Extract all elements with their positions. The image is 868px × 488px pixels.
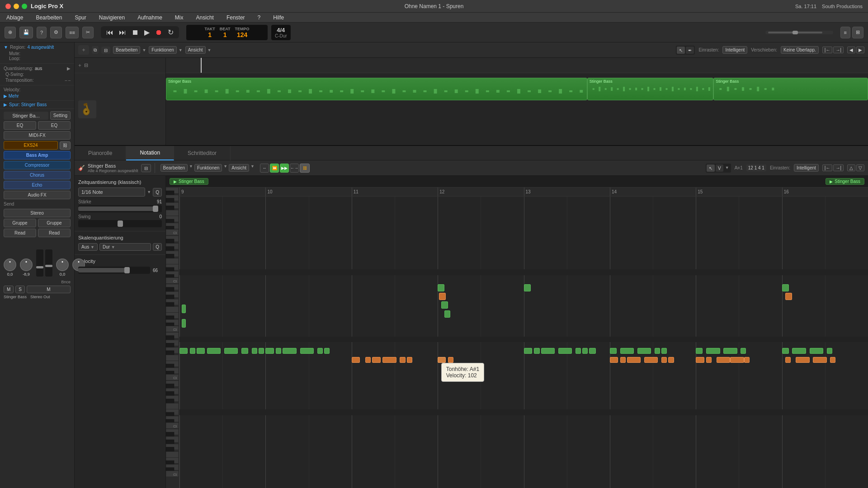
editor-move-left[interactable]: |← [822,164,833,171]
link-button[interactable]: ⛓ [300,164,310,173]
snap-dropdown[interactable]: Intelligent [722,46,747,54]
editor-pointer-tool[interactable]: ↖ [707,164,715,172]
gruppe-right-button[interactable]: Gruppe [38,219,71,227]
note-c3-bar16[interactable] [782,284,789,291]
note-c2-bar16-5[interactable] [827,348,832,354]
arrangement-region-3[interactable]: Stinger Bass [713,78,868,100]
snap-btn-left[interactable]: |← [822,47,833,53]
note-as1-bar15-4[interactable] [730,357,744,363]
region-chip-1[interactable]: ▶ Stinger Bass [170,178,208,185]
note-c2-bar10-2[interactable] [265,348,274,354]
note-c2-bar13-6[interactable] [582,348,588,354]
funktionen-menu[interactable]: Funktionen [194,164,222,172]
pointer-tool-button[interactable]: ↖ [677,47,685,54]
arrangement-region-1[interactable]: Stinger Bass [166,78,587,100]
note-as1-bar15-1[interactable] [696,357,704,363]
tab-pianorolle[interactable]: Pianorolle [75,146,126,160]
note-c2-bar14-4[interactable] [637,348,651,354]
note-as1-bar11-4[interactable] [382,357,396,363]
note-as1-bar14-6[interactable] [668,357,674,363]
editor-snap-dropdown[interactable]: Intelligent [794,164,819,172]
note-as1-bar14-2[interactable] [620,357,626,363]
stop-button[interactable]: ⏹ [130,28,141,37]
note-c2-bar16-3[interactable] [792,348,806,354]
menu-navigieren[interactable]: Navigieren [96,14,127,22]
move-dropdown[interactable]: Keine Überlapp. [781,46,819,54]
note-c2-bar13-2[interactable] [534,348,539,354]
note-c2-bar9-2[interactable] [190,348,195,354]
bass-amp-button[interactable]: Bass Amp [4,151,71,160]
track-toggle-icon[interactable]: ⊟ [84,62,88,68]
note-as1-bar11-3[interactable] [372,357,380,363]
menu-bearbeiten[interactable]: Bearbeiten [33,14,65,22]
read-right-button[interactable]: Read [38,229,71,237]
note-c2-bar10-6[interactable] [317,348,323,354]
note-c2-bar9-1[interactable] [179,348,188,354]
note-as1-bar11-1[interactable] [352,357,360,363]
note-c2-bar10-1[interactable] [259,348,264,354]
swing-slider-track[interactable] [78,220,162,227]
gruppe-left-button[interactable]: Gruppe [4,219,36,227]
note-b2-bar16[interactable] [785,293,792,300]
ansicht-dropdown[interactable]: Ansicht [185,46,206,54]
fader1-knob[interactable] [36,266,43,268]
note-c2-bar15-4[interactable] [723,348,737,354]
read-left-button[interactable]: Read [4,229,36,237]
exs24-button[interactable]: EXS24 [4,141,58,150]
fader2-knob[interactable] [45,265,52,267]
note-as1-bar11-5[interactable] [400,357,405,363]
mono-button[interactable]: M [27,286,71,293]
menu-mix[interactable]: Mix [172,14,186,22]
note-b2-bar12[interactable] [439,293,446,300]
note-g2-bar9[interactable] [182,305,186,313]
note-as1-bar16-3[interactable] [813,357,826,363]
note-as1-bar12-2[interactable] [448,357,453,363]
cycle-button[interactable]: ↻ [166,28,175,37]
arrangement-region-2[interactable]: Stinger Bass [587,78,714,100]
note-c2-bar14-1[interactable] [589,348,596,354]
editor-nav-up[interactable]: △ [847,164,855,171]
editor-nav-down[interactable]: ▽ [856,164,864,171]
note-as1-bar14-4[interactable] [644,357,658,363]
stereo-button[interactable]: Stereo [4,209,71,217]
menu-spur[interactable]: Spur [72,14,89,22]
move-btn-right[interactable]: ▶ [856,47,864,53]
note-as1-bar15-2[interactable] [706,357,712,363]
audio-fx-button[interactable]: Audio FX [4,191,71,199]
maximize-button[interactable] [22,4,27,9]
bearbeiten-menu[interactable]: Bearbeiten [160,164,188,172]
toolbar-btn-scissors[interactable]: ✂ [82,27,94,38]
arrangement-add-region-button[interactable]: ＋ [78,45,89,55]
note-f2-bar9[interactable] [182,319,186,328]
arrangement-loop-button[interactable]: ⧉ [92,46,99,54]
note-c2-bar15-2[interactable] [696,348,703,354]
note-as1-bar14-5[interactable] [661,357,667,363]
exs24-chain-button[interactable]: ⛓ [60,141,71,150]
toolbar-btn-save[interactable]: 💾 [19,27,33,38]
region-chip-2[interactable]: ▶ Stinger Bass [826,178,864,185]
tab-schritteditor[interactable]: Schritteditor [174,146,231,160]
menu-fenster[interactable]: Fenster [224,14,248,22]
note-as1-bar12-selected[interactable] [438,357,446,363]
setting-button[interactable]: Setting [50,111,71,120]
playback-button[interactable]: ▶▶ [280,164,289,173]
fast-forward-button[interactable]: ⏭ [117,28,128,37]
menu-hilfe[interactable]: Hilfe [270,14,287,22]
note-c3-bar13[interactable] [524,284,531,291]
velocity-dropdown-arrow[interactable]: ▼ [724,164,730,172]
editor-fold-button[interactable]: ⊟ [141,164,151,172]
toolbar-btn-help[interactable]: ? [37,27,47,38]
note-as2-bar12[interactable] [441,301,448,309]
note-c2-bar10-4[interactable] [283,348,296,354]
echo-button[interactable]: Echo [4,181,71,189]
note-c2-bar10-3[interactable] [276,348,281,354]
minimize-button[interactable] [14,4,19,9]
velocity-thumb[interactable] [124,267,130,273]
scale-to-select[interactable]: Dur ▼ [99,243,151,251]
note-c2-bar16-4[interactable] [810,348,823,354]
toolbar-btn-list[interactable]: ≡ [840,27,850,38]
solo-button[interactable]: S [15,286,25,293]
midi-fx-button[interactable]: MIDI-FX [4,131,71,140]
tab-notation[interactable]: Notation [126,146,174,160]
close-button[interactable] [5,4,11,9]
